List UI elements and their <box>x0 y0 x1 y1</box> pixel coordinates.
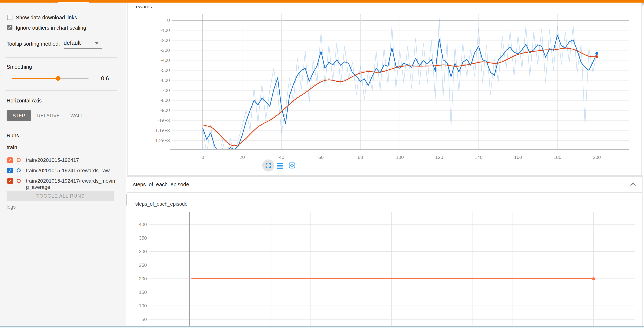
section-header-title: steps_of_each_episode <box>133 181 189 187</box>
run3-checkbox[interactable]: ✓ <box>7 178 13 184</box>
ignore-outliers-label: Ignore outliers in chart scaling <box>16 25 86 31</box>
chevron-up-icon[interactable] <box>629 181 637 188</box>
ignore-outliers-checkbox[interactable]: ✓ <box>7 25 12 30</box>
show-download-links-label: Show data download links <box>16 15 77 21</box>
axis-relative-button[interactable]: RELATIVE <box>37 110 59 121</box>
run1-checkbox[interactable]: ✓ <box>7 158 13 163</box>
fit-to-data-icon[interactable] <box>288 162 296 169</box>
smoothing-slider-fill <box>12 78 58 79</box>
settings-sidebar: Show data download links ✓ Ignore outlie… <box>0 2 126 326</box>
run3-color-circle-icon <box>17 179 21 183</box>
svg-text:-500: -500 <box>160 68 170 73</box>
svg-text:-600: -600 <box>160 78 170 83</box>
svg-text:-1.2e+3: -1.2e+3 <box>154 138 170 143</box>
section-header-card[interactable]: steps_of_each_episode <box>127 176 642 192</box>
svg-text:100: 100 <box>139 303 147 309</box>
run-filter-underline <box>6 152 116 152</box>
svg-text:0: 0 <box>202 155 204 160</box>
svg-text:140: 140 <box>475 155 482 160</box>
divider <box>6 126 117 126</box>
tooltip-sorting-underline <box>64 48 102 49</box>
svg-text:-400: -400 <box>160 57 170 63</box>
svg-text:-200: -200 <box>160 38 170 43</box>
horizontal-axis-label: Horizontal Axis <box>6 98 42 104</box>
fullscreen-icon[interactable] <box>265 162 272 169</box>
run-filter-input[interactable]: train <box>6 144 17 151</box>
smoothing-label: Smoothing <box>6 64 32 70</box>
card-gap <box>127 175 642 176</box>
divider <box>6 90 117 91</box>
svg-text:300: 300 <box>139 249 147 254</box>
logs-label: logs <box>6 204 16 210</box>
svg-text:-900: -900 <box>160 108 170 113</box>
svg-text:160: 160 <box>514 155 522 160</box>
svg-text:40: 40 <box>279 155 284 160</box>
svg-text:100: 100 <box>396 155 404 160</box>
rewards-card: rewards 0-100-200-300-400-500-600-700-80… <box>128 2 642 175</box>
smoothing-value-input[interactable]: 0.6 <box>94 75 116 82</box>
svg-text:20: 20 <box>240 155 245 160</box>
svg-text:180: 180 <box>554 155 561 160</box>
rewards-chart[interactable]: 0-100-200-300-400-500-600-700-800-900-1e… <box>128 2 642 162</box>
svg-text:200: 200 <box>593 155 601 160</box>
toggle-all-runs-button[interactable]: TOGGLE ALL RUNS <box>6 191 114 201</box>
show-download-links-checkbox[interactable] <box>7 15 12 20</box>
svg-text:-1.1e+3: -1.1e+3 <box>154 128 170 133</box>
divider <box>6 57 117 58</box>
svg-text:-1e+3: -1e+3 <box>158 118 170 123</box>
svg-text:80: 80 <box>358 155 363 160</box>
svg-text:-300: -300 <box>160 47 170 53</box>
smoothing-slider-knob[interactable] <box>56 76 60 81</box>
bottom-divider <box>0 327 644 328</box>
steps-chart[interactable]: 40035030025020015010050 <box>127 193 642 328</box>
smoothing-value-underline <box>94 83 116 83</box>
svg-text:350: 350 <box>139 235 147 241</box>
svg-text:120: 120 <box>435 155 443 160</box>
run2-checkbox[interactable]: ✓ <box>7 168 13 173</box>
run1-label: train/20201015-192417 <box>26 157 79 163</box>
chevron-down-icon[interactable] <box>95 42 99 45</box>
run2-label: train/20201015-192417/rewards_raw <box>26 167 110 174</box>
axis-step-button[interactable]: STEP <box>6 110 31 121</box>
tooltip-sorting-label: Tooltip sorting method: <box>6 41 60 47</box>
svg-text:250: 250 <box>139 262 147 268</box>
svg-text:400: 400 <box>139 222 147 227</box>
run3-label: train/20201015-192417/rewards_moving_ave… <box>26 178 118 190</box>
svg-text:-100: -100 <box>160 27 170 33</box>
tooltip-sorting-select[interactable]: default <box>64 40 81 46</box>
run2-color-circle-icon <box>17 168 21 172</box>
svg-text:150: 150 <box>139 290 147 295</box>
svg-text:200: 200 <box>139 276 147 281</box>
app-toolbar <box>0 0 644 2</box>
svg-text:0: 0 <box>167 17 170 23</box>
data-table-icon[interactable] <box>276 162 284 169</box>
runs-label: Runs <box>6 133 19 139</box>
svg-text:-800: -800 <box>160 98 170 103</box>
svg-text:50: 50 <box>142 317 147 322</box>
run1-color-circle-icon <box>17 158 21 162</box>
svg-text:60: 60 <box>318 155 324 160</box>
axis-wall-button[interactable]: WALL <box>70 110 83 121</box>
svg-text:-700: -700 <box>160 88 170 93</box>
steps-chart-card: steps_of_each_episode 400350300250200150… <box>127 193 642 328</box>
